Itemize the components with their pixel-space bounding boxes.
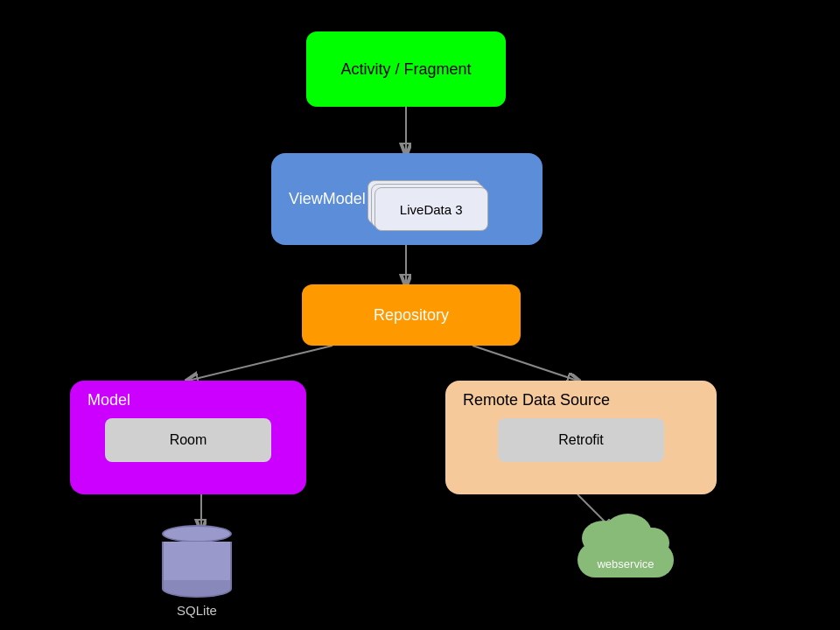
viewmodel-box: ViewModel LiveData 3 <box>271 153 542 245</box>
sqlite-container: SQLite <box>162 525 232 618</box>
room-label: Room <box>170 432 207 448</box>
sqlite-label: SQLite <box>177 603 217 618</box>
sqlite-cylinder <box>162 525 232 598</box>
cylinder-bottom <box>162 580 232 598</box>
remote-data-source-box: Remote Data Source Retrofit <box>445 381 717 494</box>
webservice-label: webservice <box>569 557 682 570</box>
webservice-container: webservice <box>569 525 682 578</box>
svg-line-2 <box>188 346 332 381</box>
webservice-cloud: webservice <box>569 525 682 578</box>
repository-label: Repository <box>374 306 449 325</box>
repository-box: Repository <box>302 284 521 346</box>
model-label: Model <box>88 391 130 410</box>
room-card: Room <box>105 418 271 462</box>
livedata-label: LiveData 3 <box>400 202 463 217</box>
viewmodel-label: ViewModel <box>289 190 366 208</box>
cloud-bump3 <box>634 528 669 558</box>
livedata-stack: LiveData 3 <box>374 187 495 245</box>
diagram: Activity / Fragment ViewModel LiveData 3… <box>0 0 840 630</box>
remote-data-source-label: Remote Data Source <box>463 391 610 410</box>
model-box: Model Room <box>70 381 306 494</box>
activity-fragment-box: Activity / Fragment <box>306 32 506 107</box>
livedata-card-front: LiveData 3 <box>374 187 488 231</box>
cylinder-top <box>162 525 232 542</box>
retrofit-label: Retrofit <box>558 432 604 448</box>
svg-line-3 <box>472 346 578 381</box>
cylinder-body <box>162 542 232 581</box>
activity-fragment-label: Activity / Fragment <box>340 60 471 79</box>
retrofit-card: Retrofit <box>498 418 664 462</box>
